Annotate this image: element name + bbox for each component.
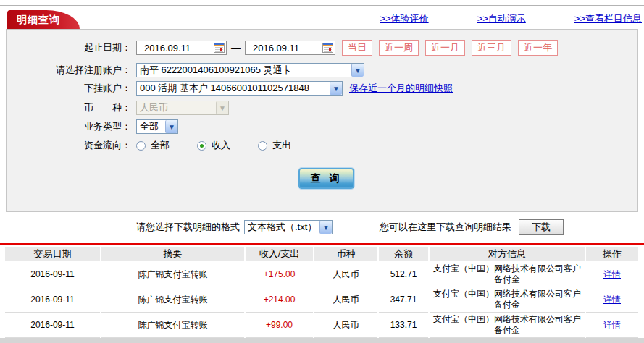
registered-account-row: 请选择注册账户： 南平 6222001406100921065 灵通卡 ▼ [7, 63, 364, 77]
quick-range-today-button[interactable]: 当日 [342, 40, 372, 56]
currency-value: 人民币 [137, 101, 216, 114]
fund-flow-row: 资金流向： 全部 收入 支出 [7, 139, 319, 152]
sub-account-select[interactable]: 000 活期 基本户 1406600101102571848 ▼ [136, 81, 343, 96]
end-date-value: 2016.09.11 [253, 43, 299, 54]
chevron-down-icon[interactable]: ▼ [319, 221, 332, 234]
chevron-down-icon[interactable]: ▼ [351, 64, 364, 77]
query-button[interactable]: 查 询 [298, 168, 354, 189]
date-separator: — [231, 43, 241, 54]
detail-link[interactable]: 详情 [603, 320, 621, 330]
flow-radio-all[interactable]: 全部 [136, 139, 170, 152]
chevron-down-icon[interactable]: ▼ [330, 82, 342, 95]
table-row: 2016-09-11 陈广锦支付宝转账 +99.00 人民币 133.71 支付… [5, 313, 638, 338]
link-experience-review[interactable]: >>体验评价 [380, 12, 428, 25]
download-row: 请您选择下载明细的格式 文本格式（.txt） ▼ 您可以在这里下载查询明细结果 … [136, 219, 564, 235]
cell-amount: +175.00 [245, 261, 314, 287]
query-form-panel: 起止日期： 2016.09.11 — 2016.09.11 当日 近一周 近一月… [6, 29, 638, 212]
currency-select-disabled: 人民币 ▼ [136, 101, 229, 115]
flow-radio-income[interactable]: 收入 [197, 139, 230, 152]
fund-flow-label: 资金流向： [7, 139, 131, 152]
cell-date: 2016-09-11 [5, 313, 101, 338]
cell-counterparty: 支付宝（中国）网络技术有限公司客户备付金 [429, 287, 585, 313]
sub-account-value: 000 活期 基本户 1406600101102571848 [137, 82, 330, 95]
col-header-date: 交易日期 [5, 247, 101, 261]
top-divider [0, 5, 644, 6]
quick-range-month-button[interactable]: 近一月 [425, 40, 465, 56]
cell-amount: +214.00 [245, 287, 314, 313]
flow-option-label: 支出 [272, 139, 291, 152]
detail-link[interactable]: 详情 [603, 269, 621, 279]
cell-currency: 人民币 [314, 287, 378, 313]
cell-counterparty: 支付宝（中国）网络技术有限公司客户备付金 [429, 261, 585, 287]
download-button[interactable]: 下载 [519, 219, 564, 235]
cell-date: 2016-09-11 [5, 287, 101, 313]
page-title: 明细查询 [17, 14, 60, 25]
cell-counterparty: 支付宝（中国）网络技术有限公司客户备付金 [429, 313, 585, 338]
transactions-table: 交易日期 摘要 收入/支出 币种 余额 对方信息 操作 2016-09-11 陈… [5, 247, 638, 343]
detail-link[interactable]: 详情 [603, 295, 621, 305]
flow-radio-expense[interactable]: 支出 [258, 139, 291, 152]
business-type-select[interactable]: 全部 ▼ [136, 119, 178, 134]
col-header-summary: 摘要 [101, 247, 245, 261]
cell-currency: 人民币 [314, 313, 378, 338]
link-auto-demo[interactable]: >>自动演示 [477, 12, 526, 25]
chevron-down-icon: ▼ [216, 101, 228, 114]
flow-option-label: 全部 [151, 139, 170, 152]
download-format-value: 文本格式（.txt） [245, 221, 319, 234]
end-date-input[interactable]: 2016.09.11 [245, 41, 335, 55]
cell-currency: 人民币 [314, 261, 378, 287]
cell-summary: 陈广锦支付宝转账 [101, 287, 245, 313]
table-row: 2016-09-11 陈广锦支付宝转账 +214.00 人民币 347.71 支… [5, 287, 638, 313]
table-row: 2016-09-11 陈广锦支付宝转账 +175.00 人民币 512.71 支… [5, 261, 638, 287]
registered-account-label: 请选择注册账户： [7, 64, 131, 77]
start-date-input[interactable]: 2016.09.11 [136, 41, 227, 55]
col-header-action: 操作 [585, 247, 638, 261]
registered-account-select[interactable]: 南平 6222001406100921065 灵通卡 ▼ [136, 63, 364, 77]
col-header-counterparty: 对方信息 [429, 247, 585, 261]
quick-range-3months-button[interactable]: 近三月 [472, 40, 511, 56]
save-snapshot-link[interactable]: 保存近一个月的明细快照 [349, 82, 453, 95]
business-type-label: 业务类型： [7, 120, 131, 133]
radio-unselected-icon[interactable] [258, 141, 267, 151]
download-format-select[interactable]: 文本格式（.txt） ▼ [244, 220, 333, 234]
currency-row: 币 种： 人民币 ▼ [7, 101, 229, 115]
top-links: >>体验评价 >>自动演示 >>查看栏目信息 [380, 12, 642, 25]
cell-date: 2016-09-11 [5, 261, 101, 287]
chevron-down-icon[interactable]: ▼ [165, 120, 177, 133]
page-title-tab: 明细查询 [7, 10, 80, 29]
col-header-balance: 余额 [378, 247, 429, 261]
download-format-label: 请您选择下载明细的格式 [136, 221, 240, 234]
detail-query-page: 明细查询 >>体验评价 >>自动演示 >>查看栏目信息 起止日期： 2016.0… [0, 0, 644, 343]
calendar-icon[interactable] [214, 43, 225, 53]
business-type-row: 业务类型： 全部 ▼ [7, 119, 178, 134]
calendar-icon[interactable] [322, 43, 333, 53]
sub-account-label: 下挂账户： [7, 82, 131, 95]
table-body: 2016-09-11 陈广锦支付宝转账 +175.00 人民币 512.71 支… [5, 261, 638, 343]
quick-range-week-button[interactable]: 近一周 [379, 40, 419, 56]
registered-account-value: 南平 6222001406100921065 灵通卡 [137, 64, 351, 77]
start-date-value: 2016.09.11 [144, 43, 191, 54]
download-hint: 您可以在这里下载查询明细结果 [380, 221, 511, 234]
radio-unselected-icon[interactable] [136, 141, 146, 151]
cell-balance: 512.71 [378, 261, 429, 287]
table-header-row: 交易日期 摘要 收入/支出 币种 余额 对方信息 操作 [5, 247, 638, 261]
cell-summary: 陈广锦支付宝转账 [101, 261, 245, 287]
bottom-bar [0, 338, 644, 343]
flow-option-label: 收入 [212, 139, 230, 152]
cell-summary: 陈广锦支付宝转账 [101, 313, 245, 338]
red-separator-line [0, 243, 644, 245]
business-type-value: 全部 [137, 120, 165, 133]
quick-range-year-button[interactable]: 近一年 [518, 40, 558, 56]
cell-balance: 347.71 [378, 287, 429, 313]
sub-account-row: 下挂账户： 000 活期 基本户 1406600101102571848 ▼ 保… [7, 81, 453, 96]
date-range-row: 起止日期： 2016.09.11 — 2016.09.11 当日 近一周 近一月… [7, 40, 558, 56]
link-view-column-info[interactable]: >>查看栏目信息 [574, 12, 642, 25]
date-range-label: 起止日期： [7, 41, 131, 54]
cell-amount: +99.00 [245, 313, 314, 338]
col-header-currency: 币种 [314, 247, 378, 261]
col-header-amount: 收入/支出 [245, 247, 314, 261]
currency-label: 币 种： [7, 101, 131, 114]
radio-selected-icon[interactable] [197, 141, 206, 151]
cell-balance: 133.71 [378, 313, 429, 338]
